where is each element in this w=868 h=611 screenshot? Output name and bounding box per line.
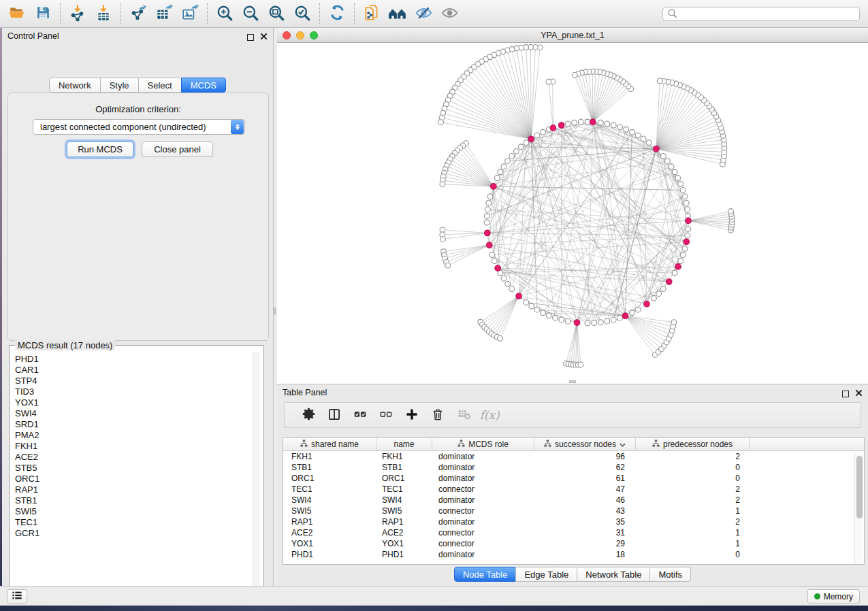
column-header-name[interactable]: name: [376, 438, 432, 450]
network-node[interactable]: [509, 154, 515, 159]
table-scrollbar-thumb[interactable]: [856, 456, 863, 518]
network-node[interactable]: [565, 318, 570, 324]
network-node[interactable]: [572, 120, 577, 125]
network-node[interactable]: [534, 307, 540, 312]
network-node[interactable]: [617, 125, 623, 130]
network-node[interactable]: [546, 313, 551, 318]
network-node[interactable]: [494, 176, 500, 181]
deselect-all-button[interactable]: [373, 405, 399, 425]
table-row[interactable]: ORC1ORC1dominator610: [283, 473, 864, 484]
table-row[interactable]: FKH1FKH1dominator962: [283, 451, 864, 462]
mcds-hub-node[interactable]: [485, 230, 491, 236]
network-node[interactable]: [559, 317, 564, 323]
mcds-result-item[interactable]: GCR1: [15, 528, 254, 539]
network-node[interactable]: [617, 315, 623, 320]
refresh-button[interactable]: [324, 3, 350, 24]
network-node[interactable]: [585, 320, 590, 326]
network-node[interactable]: [489, 252, 495, 258]
network-node[interactable]: [592, 320, 597, 326]
network-node[interactable]: [492, 259, 497, 264]
mcds-result-item[interactable]: ORC1: [15, 474, 254, 484]
float-panel-icon[interactable]: [247, 34, 254, 41]
tab-style[interactable]: Style: [100, 78, 139, 93]
mcds-hub-node[interactable]: [686, 218, 692, 224]
network-node[interactable]: [624, 127, 629, 132]
search-input[interactable]: [677, 7, 859, 20]
mcds-hub-node[interactable]: [574, 320, 580, 326]
tab-network[interactable]: Network: [49, 78, 101, 93]
memory-button[interactable]: Memory: [807, 589, 860, 604]
column-header-shared-name[interactable]: shared name: [283, 438, 376, 450]
tab-network-table[interactable]: Network Table: [577, 567, 650, 582]
save-session-button[interactable]: [30, 3, 56, 24]
network-node[interactable]: [598, 320, 603, 325]
criterion-select[interactable]: largest connected component (undirected): [33, 119, 245, 135]
network-node[interactable]: [485, 207, 490, 212]
network-node[interactable]: [680, 188, 686, 193]
network-node[interactable]: [501, 164, 507, 169]
network-leaf-node[interactable]: [728, 209, 734, 214]
network-node[interactable]: [498, 169, 503, 175]
mcds-result-item[interactable]: SWI4: [15, 408, 254, 419]
mcds-hub-node[interactable]: [654, 146, 660, 152]
select-all-button[interactable]: [347, 405, 373, 425]
network-node[interactable]: [660, 286, 666, 292]
network-node[interactable]: [484, 220, 489, 225]
mcds-result-item[interactable]: PHD1: [15, 354, 254, 365]
network-leaf-node[interactable]: [440, 182, 445, 187]
network-node[interactable]: [585, 119, 590, 125]
delete-column-button[interactable]: [425, 405, 451, 425]
network-node[interactable]: [682, 194, 688, 199]
network-leaf-node[interactable]: [572, 72, 577, 78]
mcds-hub-node[interactable]: [666, 279, 672, 285]
network-node[interactable]: [484, 213, 489, 218]
panel-list-button[interactable]: [7, 589, 27, 604]
run-mcds-button[interactable]: Run MCDS: [67, 142, 133, 157]
mcds-hub-node[interactable]: [644, 301, 650, 307]
show-columns-button[interactable]: [321, 405, 347, 425]
network-node[interactable]: [675, 176, 681, 181]
network-node[interactable]: [685, 207, 690, 212]
network-node[interactable]: [652, 295, 657, 301]
delete-table-button[interactable]: [451, 405, 477, 425]
add-column-button[interactable]: [399, 405, 425, 425]
network-node[interactable]: [678, 181, 684, 186]
import-network-button[interactable]: [65, 3, 91, 24]
column-header-MCDS-role[interactable]: MCDS role: [432, 438, 534, 450]
network-leaf-node[interactable]: [438, 120, 444, 125]
network-node[interactable]: [630, 310, 635, 316]
network-node[interactable]: [534, 133, 540, 138]
show-hidden-button[interactable]: [436, 3, 462, 24]
network-canvas[interactable]: [277, 43, 868, 384]
tab-motifs[interactable]: Motifs: [649, 567, 691, 582]
close-panel-button[interactable]: Close panel: [142, 142, 213, 157]
network-leaf-node[interactable]: [546, 79, 551, 84]
table-scrollbar[interactable]: [854, 452, 863, 564]
network-node[interactable]: [598, 120, 603, 125]
network-node[interactable]: [685, 233, 690, 238]
network-leaf-node[interactable]: [440, 237, 446, 242]
mcds-hub-node[interactable]: [495, 265, 501, 271]
network-node[interactable]: [660, 154, 666, 159]
table-row[interactable]: SWI5SWI5connector431: [283, 506, 864, 516]
network-node[interactable]: [684, 200, 689, 205]
mcds-list-scrollbar[interactable]: [253, 352, 260, 594]
network-leaf-node[interactable]: [498, 335, 503, 341]
network-leaf-node[interactable]: [657, 78, 662, 84]
network-node[interactable]: [541, 129, 546, 135]
table-row[interactable]: TEC1TEC1connector472: [283, 484, 864, 495]
tab-mcds[interactable]: MCDS: [181, 78, 226, 93]
network-node[interactable]: [513, 148, 519, 154]
network-node[interactable]: [519, 144, 524, 150]
network-from-selection-button[interactable]: [359, 3, 385, 24]
mcds-hub-node[interactable]: [516, 293, 522, 299]
network-node[interactable]: [605, 318, 610, 324]
mcds-result-item[interactable]: ACE2: [15, 452, 254, 463]
mcds-hub-node[interactable]: [486, 242, 492, 248]
network-node[interactable]: [641, 136, 646, 142]
mcds-result-item[interactable]: RAP1: [15, 484, 254, 495]
table-row[interactable]: ACE2ACE2connector311: [283, 527, 864, 538]
table-row[interactable]: YOX1YOX1connector291: [283, 538, 864, 549]
import-table-button[interactable]: [91, 3, 116, 24]
network-node[interactable]: [486, 200, 492, 205]
